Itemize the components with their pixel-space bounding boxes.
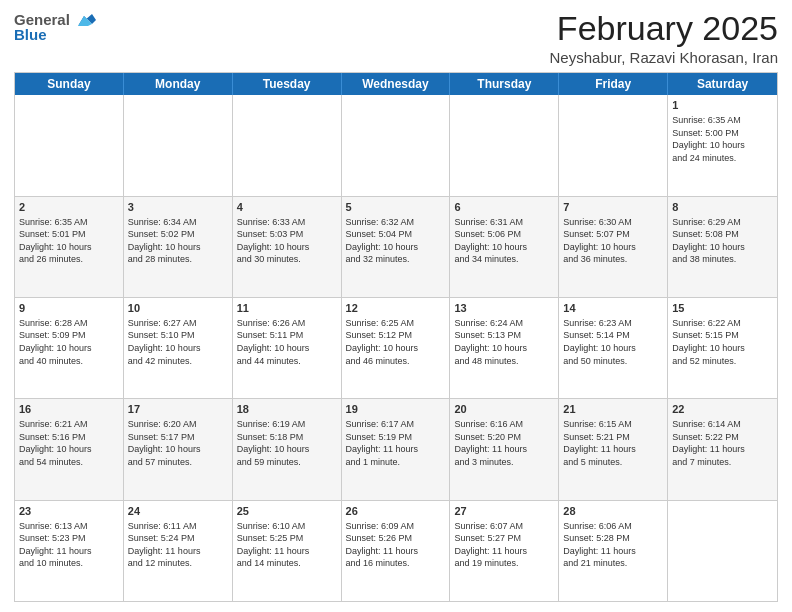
calendar-subtitle: Neyshabur, Razavi Khorasan, Iran <box>550 49 778 66</box>
cell-info: Sunrise: 6:35 AM Sunset: 5:01 PM Dayligh… <box>19 217 92 265</box>
day-number: 3 <box>128 200 228 215</box>
day-number: 9 <box>19 301 119 316</box>
day-number: 18 <box>237 402 337 417</box>
day-number: 7 <box>563 200 663 215</box>
cell-info: Sunrise: 6:13 AM Sunset: 5:23 PM Dayligh… <box>19 521 92 569</box>
week-row-1: 2Sunrise: 6:35 AM Sunset: 5:01 PM Daylig… <box>15 197 777 298</box>
day-number: 19 <box>346 402 446 417</box>
cell-info: Sunrise: 6:29 AM Sunset: 5:08 PM Dayligh… <box>672 217 745 265</box>
cal-cell-w3-d3: 19Sunrise: 6:17 AM Sunset: 5:19 PM Dayli… <box>342 399 451 499</box>
cal-cell-w2-d5: 14Sunrise: 6:23 AM Sunset: 5:14 PM Dayli… <box>559 298 668 398</box>
cal-cell-w0-d3 <box>342 95 451 195</box>
cal-cell-w4-d6 <box>668 501 777 601</box>
day-number: 8 <box>672 200 773 215</box>
cal-cell-w3-d1: 17Sunrise: 6:20 AM Sunset: 5:17 PM Dayli… <box>124 399 233 499</box>
day-number: 27 <box>454 504 554 519</box>
cal-cell-w2-d2: 11Sunrise: 6:26 AM Sunset: 5:11 PM Dayli… <box>233 298 342 398</box>
cell-info: Sunrise: 6:06 AM Sunset: 5:28 PM Dayligh… <box>563 521 636 569</box>
header-day-monday: Monday <box>124 73 233 95</box>
cal-cell-w0-d4 <box>450 95 559 195</box>
header-day-tuesday: Tuesday <box>233 73 342 95</box>
cal-cell-w3-d0: 16Sunrise: 6:21 AM Sunset: 5:16 PM Dayli… <box>15 399 124 499</box>
cell-info: Sunrise: 6:19 AM Sunset: 5:18 PM Dayligh… <box>237 419 310 467</box>
cal-cell-w0-d2 <box>233 95 342 195</box>
day-number: 26 <box>346 504 446 519</box>
cal-cell-w3-d6: 22Sunrise: 6:14 AM Sunset: 5:22 PM Dayli… <box>668 399 777 499</box>
day-number: 25 <box>237 504 337 519</box>
cell-info: Sunrise: 6:22 AM Sunset: 5:15 PM Dayligh… <box>672 318 745 366</box>
cell-info: Sunrise: 6:07 AM Sunset: 5:27 PM Dayligh… <box>454 521 527 569</box>
cell-info: Sunrise: 6:23 AM Sunset: 5:14 PM Dayligh… <box>563 318 636 366</box>
day-number: 12 <box>346 301 446 316</box>
day-number: 13 <box>454 301 554 316</box>
cal-cell-w2-d0: 9Sunrise: 6:28 AM Sunset: 5:09 PM Daylig… <box>15 298 124 398</box>
calendar-title: February 2025 <box>550 10 778 47</box>
cal-cell-w0-d1 <box>124 95 233 195</box>
cal-cell-w2-d3: 12Sunrise: 6:25 AM Sunset: 5:12 PM Dayli… <box>342 298 451 398</box>
title-area: February 2025 Neyshabur, Razavi Khorasan… <box>550 10 778 66</box>
cell-info: Sunrise: 6:09 AM Sunset: 5:26 PM Dayligh… <box>346 521 419 569</box>
cell-info: Sunrise: 6:11 AM Sunset: 5:24 PM Dayligh… <box>128 521 201 569</box>
cal-cell-w1-d0: 2Sunrise: 6:35 AM Sunset: 5:01 PM Daylig… <box>15 197 124 297</box>
cell-info: Sunrise: 6:21 AM Sunset: 5:16 PM Dayligh… <box>19 419 92 467</box>
cal-cell-w0-d5 <box>559 95 668 195</box>
cell-info: Sunrise: 6:17 AM Sunset: 5:19 PM Dayligh… <box>346 419 419 467</box>
logo: General Blue <box>14 10 96 44</box>
cell-info: Sunrise: 6:24 AM Sunset: 5:13 PM Dayligh… <box>454 318 527 366</box>
cell-info: Sunrise: 6:15 AM Sunset: 5:21 PM Dayligh… <box>563 419 636 467</box>
logo-general: General <box>14 11 70 28</box>
cal-cell-w0-d0 <box>15 95 124 195</box>
week-row-0: 1Sunrise: 6:35 AM Sunset: 5:00 PM Daylig… <box>15 95 777 196</box>
cell-info: Sunrise: 6:28 AM Sunset: 5:09 PM Dayligh… <box>19 318 92 366</box>
cal-cell-w3-d4: 20Sunrise: 6:16 AM Sunset: 5:20 PM Dayli… <box>450 399 559 499</box>
cell-info: Sunrise: 6:33 AM Sunset: 5:03 PM Dayligh… <box>237 217 310 265</box>
header-day-saturday: Saturday <box>668 73 777 95</box>
cell-info: Sunrise: 6:35 AM Sunset: 5:00 PM Dayligh… <box>672 115 745 163</box>
cal-cell-w2-d1: 10Sunrise: 6:27 AM Sunset: 5:10 PM Dayli… <box>124 298 233 398</box>
calendar-body: 1Sunrise: 6:35 AM Sunset: 5:00 PM Daylig… <box>15 95 777 601</box>
header-day-friday: Friday <box>559 73 668 95</box>
day-number: 24 <box>128 504 228 519</box>
cal-cell-w1-d3: 5Sunrise: 6:32 AM Sunset: 5:04 PM Daylig… <box>342 197 451 297</box>
header-day-thursday: Thursday <box>450 73 559 95</box>
cal-cell-w1-d1: 3Sunrise: 6:34 AM Sunset: 5:02 PM Daylig… <box>124 197 233 297</box>
cal-cell-w4-d1: 24Sunrise: 6:11 AM Sunset: 5:24 PM Dayli… <box>124 501 233 601</box>
cal-cell-w2-d4: 13Sunrise: 6:24 AM Sunset: 5:13 PM Dayli… <box>450 298 559 398</box>
header: General Blue February 2025 Neyshabur, Ra… <box>14 10 778 66</box>
cal-cell-w1-d5: 7Sunrise: 6:30 AM Sunset: 5:07 PM Daylig… <box>559 197 668 297</box>
cell-info: Sunrise: 6:30 AM Sunset: 5:07 PM Dayligh… <box>563 217 636 265</box>
cal-cell-w1-d6: 8Sunrise: 6:29 AM Sunset: 5:08 PM Daylig… <box>668 197 777 297</box>
logo-icon <box>74 10 96 28</box>
day-number: 21 <box>563 402 663 417</box>
cell-info: Sunrise: 6:27 AM Sunset: 5:10 PM Dayligh… <box>128 318 201 366</box>
cal-cell-w3-d5: 21Sunrise: 6:15 AM Sunset: 5:21 PM Dayli… <box>559 399 668 499</box>
cal-cell-w3-d2: 18Sunrise: 6:19 AM Sunset: 5:18 PM Dayli… <box>233 399 342 499</box>
header-day-sunday: Sunday <box>15 73 124 95</box>
week-row-4: 23Sunrise: 6:13 AM Sunset: 5:23 PM Dayli… <box>15 501 777 601</box>
cal-cell-w4-d0: 23Sunrise: 6:13 AM Sunset: 5:23 PM Dayli… <box>15 501 124 601</box>
cal-cell-w4-d3: 26Sunrise: 6:09 AM Sunset: 5:26 PM Dayli… <box>342 501 451 601</box>
cal-cell-w1-d4: 6Sunrise: 6:31 AM Sunset: 5:06 PM Daylig… <box>450 197 559 297</box>
day-number: 10 <box>128 301 228 316</box>
day-number: 4 <box>237 200 337 215</box>
page: General Blue February 2025 Neyshabur, Ra… <box>0 0 792 612</box>
day-number: 22 <box>672 402 773 417</box>
cell-info: Sunrise: 6:14 AM Sunset: 5:22 PM Dayligh… <box>672 419 745 467</box>
day-number: 5 <box>346 200 446 215</box>
cal-cell-w4-d2: 25Sunrise: 6:10 AM Sunset: 5:25 PM Dayli… <box>233 501 342 601</box>
cell-info: Sunrise: 6:20 AM Sunset: 5:17 PM Dayligh… <box>128 419 201 467</box>
cell-info: Sunrise: 6:10 AM Sunset: 5:25 PM Dayligh… <box>237 521 310 569</box>
day-number: 6 <box>454 200 554 215</box>
logo-blue: Blue <box>14 26 47 43</box>
cal-cell-w0-d6: 1Sunrise: 6:35 AM Sunset: 5:00 PM Daylig… <box>668 95 777 195</box>
day-number: 14 <box>563 301 663 316</box>
day-number: 16 <box>19 402 119 417</box>
day-number: 17 <box>128 402 228 417</box>
calendar-header: SundayMondayTuesdayWednesdayThursdayFrid… <box>15 73 777 95</box>
day-number: 2 <box>19 200 119 215</box>
cell-info: Sunrise: 6:26 AM Sunset: 5:11 PM Dayligh… <box>237 318 310 366</box>
cell-info: Sunrise: 6:31 AM Sunset: 5:06 PM Dayligh… <box>454 217 527 265</box>
cal-cell-w4-d4: 27Sunrise: 6:07 AM Sunset: 5:27 PM Dayli… <box>450 501 559 601</box>
week-row-2: 9Sunrise: 6:28 AM Sunset: 5:09 PM Daylig… <box>15 298 777 399</box>
cell-info: Sunrise: 6:16 AM Sunset: 5:20 PM Dayligh… <box>454 419 527 467</box>
